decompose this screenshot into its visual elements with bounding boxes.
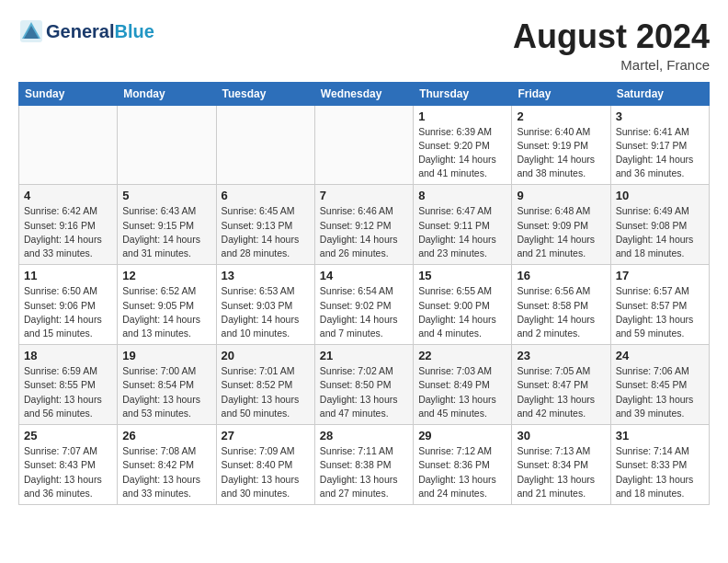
table-cell: 31Sunrise: 7:14 AM Sunset: 8:33 PM Dayli… [610, 425, 709, 505]
day-number: 19 [122, 349, 210, 362]
day-info: Sunrise: 7:08 AM Sunset: 8:42 PM Dayligh… [122, 444, 210, 500]
title-area: August 2024 Martel, France [513, 18, 710, 73]
day-info: Sunrise: 6:59 AM Sunset: 8:55 PM Dayligh… [24, 364, 112, 420]
table-cell [216, 105, 314, 185]
table-cell: 30Sunrise: 7:13 AM Sunset: 8:34 PM Dayli… [512, 425, 610, 505]
day-number: 13 [222, 269, 310, 282]
table-cell: 22Sunrise: 7:03 AM Sunset: 8:49 PM Dayli… [414, 345, 512, 425]
day-number: 21 [320, 349, 408, 362]
day-number: 16 [517, 269, 605, 282]
logo-area: GeneralBlue [18, 18, 154, 44]
table-cell: 4Sunrise: 6:42 AM Sunset: 9:16 PM Daylig… [19, 185, 118, 265]
day-info: Sunrise: 7:01 AM Sunset: 8:52 PM Dayligh… [222, 364, 310, 420]
table-cell: 1Sunrise: 6:39 AM Sunset: 9:20 PM Daylig… [414, 105, 512, 185]
col-friday: Friday [512, 82, 610, 105]
col-saturday: Saturday [610, 82, 709, 105]
day-number: 22 [418, 349, 506, 362]
day-info: Sunrise: 7:12 AM Sunset: 8:36 PM Dayligh… [418, 444, 506, 500]
day-number: 29 [418, 429, 506, 442]
day-info: Sunrise: 6:54 AM Sunset: 9:02 PM Dayligh… [320, 284, 408, 340]
table-cell: 15Sunrise: 6:55 AM Sunset: 9:00 PM Dayli… [414, 265, 512, 345]
day-number: 2 [517, 109, 605, 123]
week-row-2: 4Sunrise: 6:42 AM Sunset: 9:16 PM Daylig… [19, 185, 710, 265]
day-number: 11 [24, 269, 112, 282]
page: GeneralBlue August 2024 Martel, France S… [0, 0, 728, 519]
day-info: Sunrise: 7:11 AM Sunset: 8:38 PM Dayligh… [320, 444, 408, 500]
table-cell: 16Sunrise: 6:56 AM Sunset: 8:58 PM Dayli… [512, 265, 610, 345]
day-number: 28 [320, 429, 408, 442]
day-info: Sunrise: 7:06 AM Sunset: 8:45 PM Dayligh… [616, 364, 704, 420]
day-number: 27 [222, 429, 310, 442]
table-cell: 21Sunrise: 7:02 AM Sunset: 8:50 PM Dayli… [314, 345, 413, 425]
table-cell: 2Sunrise: 6:40 AM Sunset: 9:19 PM Daylig… [512, 105, 610, 185]
week-row-1: 1Sunrise: 6:39 AM Sunset: 9:20 PM Daylig… [19, 105, 710, 185]
table-cell [19, 105, 118, 185]
week-row-4: 18Sunrise: 6:59 AM Sunset: 8:55 PM Dayli… [19, 345, 710, 425]
day-number: 24 [616, 349, 704, 362]
day-info: Sunrise: 6:52 AM Sunset: 9:05 PM Dayligh… [122, 284, 210, 340]
header: GeneralBlue August 2024 Martel, France [18, 18, 710, 73]
col-sunday: Sunday [19, 82, 118, 105]
day-number: 18 [24, 349, 112, 362]
calendar-table: Sunday Monday Tuesday Wednesday Thursday… [18, 82, 710, 505]
col-tuesday: Tuesday [216, 82, 314, 105]
week-row-3: 11Sunrise: 6:50 AM Sunset: 9:06 PM Dayli… [19, 265, 710, 345]
day-info: Sunrise: 7:09 AM Sunset: 8:40 PM Dayligh… [222, 444, 310, 500]
table-cell: 18Sunrise: 6:59 AM Sunset: 8:55 PM Dayli… [19, 345, 118, 425]
table-cell: 13Sunrise: 6:53 AM Sunset: 9:03 PM Dayli… [216, 265, 314, 345]
day-info: Sunrise: 6:57 AM Sunset: 8:57 PM Dayligh… [616, 284, 704, 340]
table-cell: 17Sunrise: 6:57 AM Sunset: 8:57 PM Dayli… [610, 265, 709, 345]
day-number: 6 [222, 189, 310, 202]
table-cell: 20Sunrise: 7:01 AM Sunset: 8:52 PM Dayli… [216, 345, 314, 425]
table-cell: 12Sunrise: 6:52 AM Sunset: 9:05 PM Dayli… [118, 265, 216, 345]
day-info: Sunrise: 6:55 AM Sunset: 9:00 PM Dayligh… [418, 284, 506, 340]
col-monday: Monday [118, 82, 216, 105]
day-number: 15 [418, 269, 506, 282]
table-cell [118, 105, 216, 185]
table-cell: 24Sunrise: 7:06 AM Sunset: 8:45 PM Dayli… [610, 345, 709, 425]
table-cell: 5Sunrise: 6:43 AM Sunset: 9:15 PM Daylig… [118, 185, 216, 265]
day-number: 12 [122, 269, 210, 282]
col-thursday: Thursday [414, 82, 512, 105]
day-info: Sunrise: 7:03 AM Sunset: 8:49 PM Dayligh… [418, 364, 506, 420]
day-info: Sunrise: 6:47 AM Sunset: 9:11 PM Dayligh… [418, 204, 506, 260]
day-number: 30 [517, 429, 605, 442]
month-title: August 2024 [513, 18, 710, 55]
day-info: Sunrise: 6:39 AM Sunset: 9:20 PM Dayligh… [418, 125, 506, 181]
table-cell: 6Sunrise: 6:45 AM Sunset: 9:13 PM Daylig… [216, 185, 314, 265]
day-info: Sunrise: 6:41 AM Sunset: 9:17 PM Dayligh… [616, 125, 704, 181]
logo: GeneralBlue [18, 18, 154, 44]
day-number: 9 [517, 189, 605, 202]
table-cell: 25Sunrise: 7:07 AM Sunset: 8:43 PM Dayli… [19, 425, 118, 505]
day-number: 5 [122, 189, 210, 202]
week-row-5: 25Sunrise: 7:07 AM Sunset: 8:43 PM Dayli… [19, 425, 710, 505]
day-info: Sunrise: 6:49 AM Sunset: 9:08 PM Dayligh… [616, 204, 704, 260]
day-info: Sunrise: 6:56 AM Sunset: 8:58 PM Dayligh… [517, 284, 605, 340]
day-number: 3 [616, 109, 704, 123]
day-info: Sunrise: 7:05 AM Sunset: 8:47 PM Dayligh… [517, 364, 605, 420]
day-info: Sunrise: 7:13 AM Sunset: 8:34 PM Dayligh… [517, 444, 605, 500]
table-cell [314, 105, 413, 185]
day-number: 31 [616, 429, 704, 442]
day-info: Sunrise: 6:45 AM Sunset: 9:13 PM Dayligh… [222, 204, 310, 260]
day-number: 17 [616, 269, 704, 282]
day-number: 20 [222, 349, 310, 362]
table-cell: 8Sunrise: 6:47 AM Sunset: 9:11 PM Daylig… [414, 185, 512, 265]
table-cell: 7Sunrise: 6:46 AM Sunset: 9:12 PM Daylig… [314, 185, 413, 265]
table-cell: 23Sunrise: 7:05 AM Sunset: 8:47 PM Dayli… [512, 345, 610, 425]
day-number: 14 [320, 269, 408, 282]
table-cell: 27Sunrise: 7:09 AM Sunset: 8:40 PM Dayli… [216, 425, 314, 505]
day-info: Sunrise: 6:50 AM Sunset: 9:06 PM Dayligh… [24, 284, 112, 340]
day-info: Sunrise: 7:00 AM Sunset: 8:54 PM Dayligh… [122, 364, 210, 420]
table-cell: 11Sunrise: 6:50 AM Sunset: 9:06 PM Dayli… [19, 265, 118, 345]
table-cell: 3Sunrise: 6:41 AM Sunset: 9:17 PM Daylig… [610, 105, 709, 185]
day-number: 26 [122, 429, 210, 442]
day-number: 25 [24, 429, 112, 442]
day-info: Sunrise: 7:14 AM Sunset: 8:33 PM Dayligh… [616, 444, 704, 500]
table-cell: 28Sunrise: 7:11 AM Sunset: 8:38 PM Dayli… [314, 425, 413, 505]
day-info: Sunrise: 6:42 AM Sunset: 9:16 PM Dayligh… [24, 204, 112, 260]
location: Martel, France [513, 57, 710, 73]
day-info: Sunrise: 6:53 AM Sunset: 9:03 PM Dayligh… [222, 284, 310, 340]
table-cell: 10Sunrise: 6:49 AM Sunset: 9:08 PM Dayli… [610, 185, 709, 265]
table-cell: 26Sunrise: 7:08 AM Sunset: 8:42 PM Dayli… [118, 425, 216, 505]
